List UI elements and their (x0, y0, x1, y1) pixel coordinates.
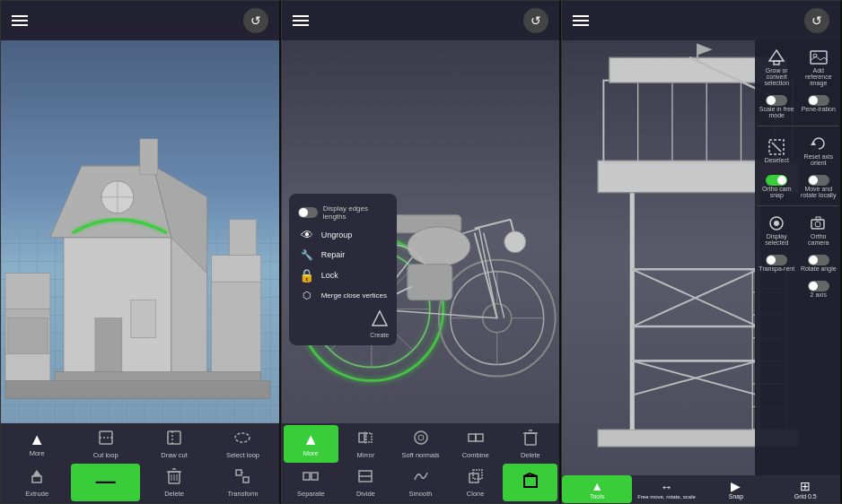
scale-free-label: Scale in free mode (759, 106, 795, 118)
image-icon (809, 48, 829, 67)
ortho-camera-button[interactable]: Ortho camera (799, 210, 839, 249)
snap-button[interactable]: ▶ Snap (701, 475, 770, 503)
box-button[interactable] (503, 464, 557, 501)
undo-button-3[interactable]: ↺ (804, 8, 829, 33)
snap-icon: ▶ (731, 479, 741, 493)
transparent-label: Transpa-rent (759, 265, 794, 272)
add-reference-button[interactable]: Add reference image (799, 44, 839, 90)
delete-button-2[interactable]: Delete (503, 425, 557, 463)
divide-button[interactable]: Divide (338, 464, 393, 501)
penetration-label: Pene-tration (802, 106, 836, 112)
svg-rect-22 (168, 431, 180, 444)
repair-label: Repair (321, 250, 346, 259)
move-rotate-toggle[interactable] (808, 175, 829, 186)
svg-rect-67 (359, 433, 364, 442)
delete-button-1[interactable]: Delete (140, 464, 208, 501)
reset-axis-button[interactable]: Reset axis orient (799, 130, 839, 169)
undo-button-1[interactable]: ↺ (243, 8, 268, 33)
cut-loop-button[interactable]: Cut loop (71, 425, 139, 463)
menu-icon-2[interactable] (293, 15, 309, 26)
smooth-button[interactable]: Smooth (393, 464, 448, 501)
panel-1: ↺ (0, 0, 281, 504)
svg-rect-77 (303, 473, 310, 480)
penetration-toggle[interactable] (808, 95, 829, 106)
menu-icon-1[interactable] (12, 15, 28, 26)
smooth-label: Smooth (409, 490, 433, 498)
delete-label-1: Delete (164, 490, 184, 498)
more-button-1[interactable]: ▲ More (3, 425, 71, 463)
svg-marker-85 (524, 474, 537, 476)
2axis-label: 2 axis (811, 291, 827, 298)
separate-button[interactable]: Separate (284, 464, 338, 501)
deselect-button[interactable]: Deselect (757, 130, 797, 169)
green-line-button[interactable]: — (71, 464, 139, 501)
svg-marker-66 (373, 311, 387, 326)
eye-icon: 👁 (298, 228, 316, 242)
create-button-popup[interactable]: Create (370, 308, 390, 338)
grow-icon (767, 48, 786, 67)
add-reference-label: Add reference image (801, 67, 838, 86)
display-edges-toggle[interactable] (298, 207, 318, 218)
ortho-cam-snap-toggle[interactable] (766, 175, 787, 186)
2axis-toggle-container: 2 axis (799, 277, 839, 301)
undo-button-2[interactable]: ↺ (523, 8, 548, 33)
merge-vertices-item[interactable]: ⬡ Merge close vertices (296, 286, 390, 305)
trash-icon-2 (522, 429, 539, 449)
free-move-button[interactable]: ↔ Free move, rotate, scale (632, 475, 701, 503)
p3-row3b: Transpa-rent Rotate angle (757, 251, 838, 275)
separate-icon (302, 467, 320, 488)
svg-rect-25 (32, 476, 41, 482)
grow-convert-button[interactable]: Grow or convert selection (757, 44, 797, 90)
tools-button[interactable]: ▲ Tools (562, 475, 631, 503)
more-button-2[interactable]: ▲ More (284, 425, 338, 463)
svg-rect-20 (100, 431, 112, 444)
svg-point-125 (774, 221, 779, 226)
reset-axis-label: Reset axis orient (801, 153, 838, 166)
menu-icon-3[interactable] (573, 15, 589, 26)
chevron-up-icon-2: ▲ (303, 431, 319, 448)
grow-label: Grow or convert selection (759, 67, 795, 86)
draw-cut-icon (165, 429, 183, 449)
repair-item[interactable]: 🔧 Repair (296, 246, 390, 265)
svg-rect-15 (212, 282, 261, 381)
display-selected-button[interactable]: Display selected (757, 210, 797, 249)
svg-marker-117 (769, 50, 784, 61)
combine-icon (467, 429, 485, 449)
soft-normals-button[interactable]: Soft normals (393, 425, 448, 463)
select-loop-button[interactable]: Select loop (208, 425, 276, 463)
more-label-1: More (30, 449, 45, 457)
green-line-icon: — (96, 472, 116, 491)
smooth-icon (412, 467, 430, 488)
chevron-up-icon: ▲ (29, 431, 45, 448)
grid-button[interactable]: ⊞ Grid 0.5 (771, 475, 840, 503)
select-loop-label: Select loop (226, 451, 259, 459)
toolbar-row-2-top: ▲ More Mirror Soft normals Combine (284, 425, 558, 463)
draw-cut-button[interactable]: Draw cut (140, 425, 208, 463)
divider-2 (757, 205, 838, 206)
combine-button[interactable]: Combine (448, 425, 503, 463)
svg-rect-78 (311, 473, 318, 480)
mirror-button[interactable]: Mirror (338, 425, 393, 463)
soft-normals-icon (412, 429, 430, 449)
svg-rect-33 (236, 470, 241, 475)
separate-label: Separate (297, 490, 324, 498)
display-edges-item[interactable]: Display edges lengths (296, 201, 390, 224)
2axis-toggle[interactable] (808, 281, 829, 291)
p3-row1: Grow or convert selection Add reference … (757, 44, 838, 90)
svg-rect-19 (5, 381, 270, 399)
move-rotate-label: Move and rotate locally (801, 186, 838, 198)
svg-marker-26 (32, 470, 41, 476)
combine-label: Combine (462, 451, 489, 459)
clone-icon (467, 467, 485, 488)
svg-rect-68 (366, 433, 372, 442)
ungroup-item[interactable]: 👁 Ungroup (296, 224, 390, 246)
scale-free-toggle[interactable] (766, 95, 787, 106)
more-label-2: More (303, 449, 319, 457)
transform-button[interactable]: Transform (208, 464, 276, 501)
select-loop-icon (233, 429, 251, 449)
lock-item[interactable]: 🔒 Lock (296, 265, 390, 286)
clone-button[interactable]: Clone (448, 464, 503, 501)
transparent-toggle[interactable] (766, 255, 787, 265)
rotate-angle-toggle[interactable] (808, 255, 829, 265)
extrude-button[interactable]: Extrude (3, 464, 71, 501)
